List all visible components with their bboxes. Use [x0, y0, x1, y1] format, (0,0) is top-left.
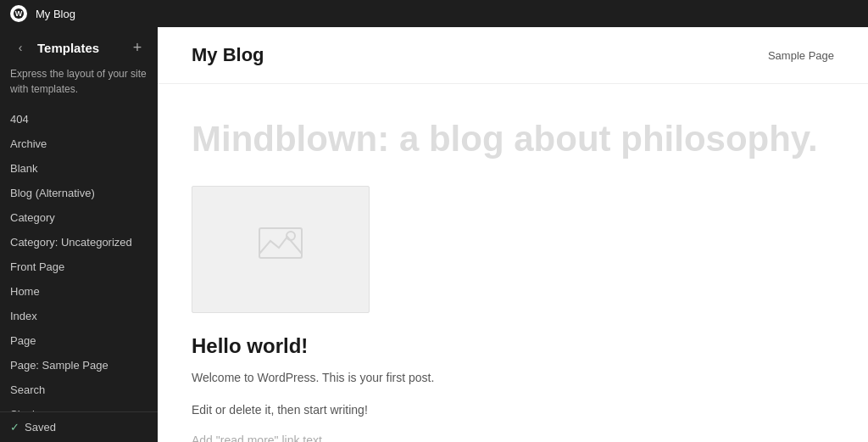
preview-post-body-1: Welcome to WordPress. This is your first… [192, 368, 834, 389]
wp-logo-inner [14, 8, 24, 19]
top-bar: My Blog [0, 0, 868, 27]
preview-site-title: My Blog [192, 44, 264, 66]
preview-post-title: Hello world! [192, 334, 834, 358]
saved-label: Saved [25, 421, 56, 434]
preview-hero: Mindblown: a blog about philosophy. Hell… [158, 84, 868, 442]
nav-item-category[interactable]: Category [0, 205, 158, 230]
preview-image-placeholder [192, 186, 370, 313]
sidebar-description: Express the layout of your site with tem… [0, 63, 158, 107]
nav-item-search[interactable]: Search [0, 378, 158, 402]
nav-item-front-page[interactable]: Front Page [0, 255, 158, 279]
sidebar-footer: ✓ Saved [0, 411, 158, 442]
preview-header: My Blog Sample Page [158, 27, 868, 84]
nav-item-page[interactable]: Page [0, 328, 158, 353]
placeholder-svg [255, 224, 306, 275]
nav-item-blank[interactable]: Blank [0, 156, 158, 181]
site-name: My Blog [36, 8, 75, 20]
nav-item-single[interactable]: Single [0, 402, 158, 411]
nav-item-page-sample[interactable]: Page: Sample Page [0, 353, 158, 378]
preview-hero-title: Mindblown: a blog about philosophy. [192, 118, 834, 160]
nav-item-blog-alt[interactable]: Blog (Alternative) [0, 181, 158, 205]
back-button[interactable]: ‹ [10, 37, 31, 58]
sidebar: ‹ Templates + Express the layout of your… [0, 0, 158, 442]
nav-item-index[interactable]: Index [0, 304, 158, 328]
nav-item-archive[interactable]: Archive [0, 131, 158, 156]
preview-site: My Blog Sample Page Mindblown: a blog ab… [158, 27, 868, 442]
nav-item-category-uncategorized[interactable]: Category: Uncategorized [0, 230, 158, 255]
saved-check-icon: ✓ [10, 421, 19, 434]
placeholder-graphic [192, 187, 369, 312]
wp-logo [10, 5, 27, 22]
preview-read-more-link[interactable]: Add "read more" link text [192, 434, 322, 442]
sidebar-title: Templates [37, 41, 99, 55]
preview-post-body-2: Edit or delete it, then start writing! [192, 400, 834, 421]
nav-item-404[interactable]: 404 [0, 107, 158, 131]
nav-item-home[interactable]: Home [0, 279, 158, 304]
svg-rect-0 [259, 228, 302, 258]
sidebar-nav: 404 Archive Blank Blog (Alternative) Cat… [0, 107, 158, 411]
sidebar-header: ‹ Templates + [0, 27, 158, 63]
preview-nav: Sample Page [768, 48, 834, 63]
preview-nav-link[interactable]: Sample Page [768, 49, 834, 62]
sidebar-header-left: ‹ Templates [10, 37, 99, 58]
add-template-button[interactable]: + [127, 37, 147, 58]
main-content: My Blog Sample Page Mindblown: a blog ab… [158, 27, 868, 442]
svg-point-1 [287, 232, 295, 240]
